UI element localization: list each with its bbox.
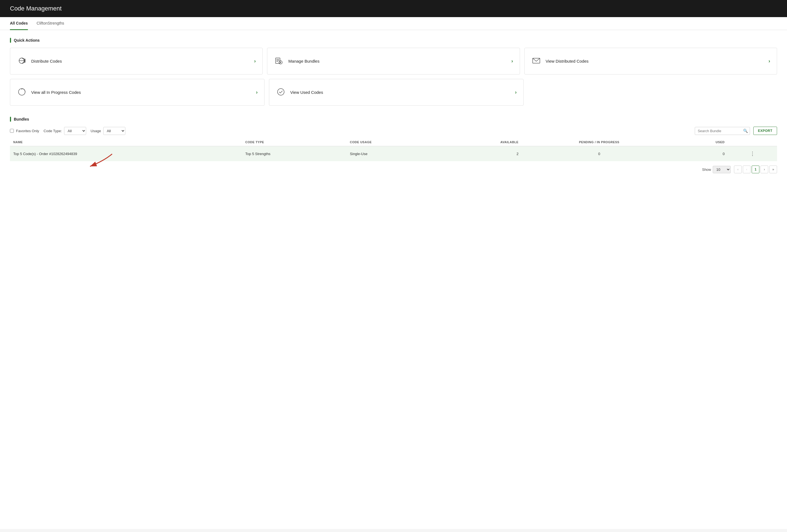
- page-last-btn[interactable]: »: [769, 165, 777, 173]
- favorites-only-label[interactable]: Favorites Only: [10, 129, 39, 133]
- row-code-usage: Single-Use: [346, 146, 440, 161]
- distribute-icon: [17, 56, 27, 66]
- page-prev-btn[interactable]: ‹: [743, 165, 750, 173]
- quick-actions-heading: Quick Actions: [10, 38, 777, 43]
- quick-actions-row2: View all In Progress Codes › View Used C…: [10, 79, 524, 106]
- usage-select[interactable]: All: [103, 127, 125, 135]
- code-type-filter: Code Type: All: [44, 127, 86, 135]
- table-body: Top 5 Code(s) - Order #1028262494839 Top…: [10, 146, 777, 161]
- three-dots-menu[interactable]: ⋮: [748, 150, 757, 157]
- bundles-section: Bundles Favorites Only Code Type: All Us…: [10, 117, 777, 173]
- col-code-type: CODE TYPE: [242, 138, 346, 146]
- usage-label: Usage: [90, 129, 101, 133]
- row-used: 0: [677, 146, 728, 161]
- page-first-btn[interactable]: «: [734, 165, 742, 173]
- used-codes-card[interactable]: View Used Codes ›: [269, 79, 524, 106]
- code-type-label: Code Type:: [44, 129, 62, 133]
- view-distributed-label: View Distributed Codes: [546, 59, 764, 64]
- page-1-btn[interactable]: 1: [752, 165, 759, 173]
- view-distributed-card[interactable]: View Distributed Codes ›: [525, 48, 777, 74]
- col-code-usage: CODE USAGE: [346, 138, 440, 146]
- page-title: Code Management: [10, 5, 777, 12]
- in-progress-arrow: ›: [256, 89, 258, 95]
- row-available: 2: [440, 146, 522, 161]
- progress-icon: [17, 87, 27, 98]
- bundles-heading: Bundles: [10, 117, 777, 122]
- col-available: AVAILABLE: [440, 138, 522, 146]
- in-progress-label: View all In Progress Codes: [31, 90, 252, 95]
- search-wrapper: 🔍: [695, 127, 750, 135]
- tab-all-codes[interactable]: All Codes: [10, 17, 28, 30]
- quick-actions-row1: Distribute Codes › Manage Bundles ›: [10, 48, 777, 74]
- row-menu[interactable]: ⋮: [728, 146, 777, 161]
- svg-rect-7: [276, 58, 280, 64]
- main-content: Quick Actions Distribute Codes ›: [0, 30, 787, 529]
- usage-filter: Usage All: [90, 127, 125, 135]
- tabs-bar: All Codes CliftonStrengths: [0, 17, 787, 30]
- row-pending: 0: [522, 146, 677, 161]
- manage-bundles-arrow: ›: [511, 58, 513, 64]
- export-button[interactable]: EXPORT: [753, 127, 777, 135]
- used-codes-label: View Used Codes: [290, 90, 511, 95]
- used-icon: [276, 87, 286, 98]
- row-code-type: Top 5 Strengths: [242, 146, 346, 161]
- svg-point-16: [278, 89, 284, 95]
- pagination-show: Show 10 25 50: [702, 166, 731, 173]
- distribute-codes-label: Distribute Codes: [31, 59, 250, 64]
- pagination-row: Show 10 25 50 « ‹ 1 › »: [10, 165, 777, 173]
- manage-bundles-card[interactable]: Manage Bundles ›: [267, 48, 520, 74]
- tab-clifton[interactable]: CliftonStrengths: [37, 17, 64, 30]
- pagination-per-page[interactable]: 10 25 50: [713, 166, 731, 173]
- bundles-table-wrapper: NAME CODE TYPE CODE USAGE AVAILABLE PEND…: [10, 138, 777, 161]
- col-actions: [728, 138, 777, 146]
- bundles-controls: Favorites Only Code Type: All Usage All: [10, 127, 777, 135]
- page-next-btn[interactable]: ›: [761, 165, 768, 173]
- bundle-icon: [274, 56, 284, 66]
- distribute-codes-arrow: ›: [254, 58, 256, 64]
- bundles-table: NAME CODE TYPE CODE USAGE AVAILABLE PEND…: [10, 138, 777, 161]
- used-codes-arrow: ›: [515, 89, 517, 95]
- view-dist-icon: [531, 56, 541, 66]
- row-name: Top 5 Code(s) - Order #1028262494839: [10, 146, 242, 161]
- table-row: Top 5 Code(s) - Order #1028262494839 Top…: [10, 146, 777, 161]
- search-input[interactable]: [695, 127, 750, 135]
- page-header: Code Management: [0, 0, 787, 17]
- distribute-codes-card[interactable]: Distribute Codes ›: [10, 48, 262, 74]
- col-used: USED: [677, 138, 728, 146]
- col-name: NAME: [10, 138, 242, 146]
- view-distributed-arrow: ›: [768, 58, 770, 64]
- code-type-select[interactable]: All: [64, 127, 86, 135]
- col-pending: PENDING / IN PROGRESS: [522, 138, 677, 146]
- search-icon: 🔍: [743, 129, 748, 133]
- left-controls: Favorites Only Code Type: All Usage All: [10, 127, 125, 135]
- in-progress-card[interactable]: View all In Progress Codes ›: [10, 79, 264, 106]
- favorites-only-checkbox[interactable]: [10, 129, 14, 133]
- manage-bundles-label: Manage Bundles: [288, 59, 507, 64]
- table-header: NAME CODE TYPE CODE USAGE AVAILABLE PEND…: [10, 138, 777, 146]
